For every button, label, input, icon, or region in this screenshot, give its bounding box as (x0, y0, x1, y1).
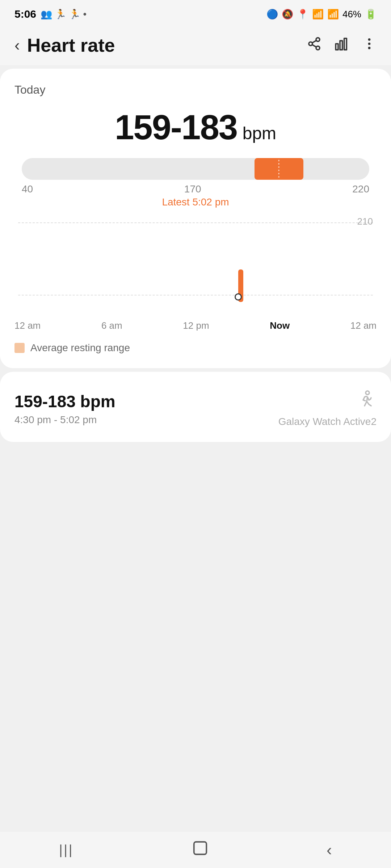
range-bar-labels: 40 170 220 (22, 183, 369, 195)
svg-point-8 (368, 38, 371, 41)
chart-legend: Average resting range (14, 342, 377, 354)
bottom-navigation: ||| ‹ (0, 832, 391, 868)
chart-x-axis: 12 am 6 am 12 pm Now 12 am (14, 320, 377, 331)
svg-point-12 (366, 391, 369, 395)
page-header: ‹ Heart rate (0, 25, 391, 65)
recent-apps-button[interactable]: ||| (48, 839, 84, 861)
svg-rect-7 (344, 38, 347, 50)
bpm-unit: bpm (243, 124, 276, 143)
range-bar-container: 40 170 220 Latest 5:02 pm (22, 158, 369, 208)
chart-label-6am: 6 am (101, 320, 122, 331)
detail-time-range: 4:30 pm - 5:02 pm (14, 414, 115, 426)
chart-grid-top (18, 222, 373, 223)
bpm-display: 159-183 bpm (14, 107, 377, 147)
status-icons: 👥 🏃 🏃 • (41, 9, 87, 20)
range-bar-fill (255, 158, 303, 180)
battery-icon: 🔋 (365, 9, 377, 20)
mute-icon: 🔕 (282, 9, 293, 20)
chart-now-indicator (235, 293, 242, 301)
bpm-range-value: 159-183 (115, 108, 237, 146)
back-button[interactable]: ‹ (14, 36, 20, 54)
page-title: Heart rate (27, 34, 115, 56)
svg-point-10 (368, 47, 371, 49)
svg-rect-5 (336, 44, 338, 50)
chart-icon[interactable] (335, 37, 349, 54)
more-options-icon[interactable] (362, 37, 377, 54)
svg-line-3 (312, 44, 316, 47)
range-bar-track (22, 158, 369, 180)
chart-label-now: Now (270, 320, 290, 331)
chart-label-12am-end: 12 am (350, 320, 377, 331)
signal-icon: 📶 (327, 9, 339, 20)
detail-card: 159-183 bpm 4:30 pm - 5:02 pm Galaxy Wat… (0, 372, 391, 442)
battery-percent: 46% (342, 9, 361, 20)
range-min-label: 40 (22, 183, 33, 195)
svg-point-9 (368, 42, 371, 45)
legend-label: Average resting range (30, 342, 130, 354)
svg-rect-6 (340, 41, 342, 50)
device-icon (278, 390, 377, 416)
svg-rect-13 (194, 842, 206, 855)
status-bar: 5:06 👥 🏃 🏃 • 🔵 🔕 📍 📶 📶 46% 🔋 (0, 0, 391, 25)
range-current-time: Latest 5:02 pm (22, 196, 369, 208)
detail-bpm-value: 159-183 bpm (14, 392, 115, 411)
back-nav-button[interactable]: ‹ (316, 837, 343, 863)
chart-label-12pm: 12 pm (183, 320, 209, 331)
range-current-label: Latest 5:02 pm (22, 196, 369, 208)
share-icon[interactable] (307, 37, 321, 54)
status-time: 5:06 👥 🏃 🏃 • (14, 8, 87, 20)
chart-top-label: 210 (357, 216, 373, 227)
status-right-icons: 🔵 🔕 📍 📶 📶 46% 🔋 (266, 9, 377, 20)
location-icon: 📍 (297, 9, 308, 20)
svg-line-4 (312, 40, 316, 43)
header-actions (307, 37, 377, 54)
device-name: Galaxy Watch Active2 (278, 416, 377, 427)
wifi-icon: 📶 (312, 9, 324, 20)
clock: 5:06 (14, 8, 36, 20)
legend-color-box (14, 343, 25, 353)
range-max-label: 220 (352, 183, 369, 195)
chart-area: 210 (18, 222, 373, 316)
today-label: Today (14, 83, 377, 97)
main-card: Today 159-183 bpm 40 170 220 Latest 5:02… (0, 69, 391, 368)
home-button[interactable] (181, 836, 219, 864)
bluetooth-icon: 🔵 (266, 9, 278, 20)
chart-grid-bottom (18, 295, 373, 295)
range-current-value-label: 170 (184, 183, 201, 195)
chart-label-12am: 12 am (14, 320, 41, 331)
range-value: 170 (184, 183, 201, 195)
